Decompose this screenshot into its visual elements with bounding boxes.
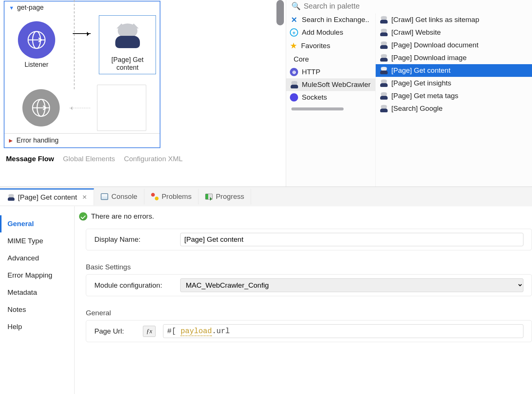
tab-global-elements[interactable]: Global Elements: [63, 155, 115, 163]
operation-label: [Search] Google: [391, 104, 442, 113]
tab-progress[interactable]: Progress: [198, 189, 251, 204]
operation-label: [Crawl] Website: [391, 28, 441, 37]
listener-label: Listener: [25, 61, 48, 69]
editor-tabs: Message Flow Global Elements Configurati…: [4, 148, 286, 170]
exchange-icon: ✕: [290, 16, 298, 24]
page-url-label: Page Url:: [94, 327, 135, 335]
cat-icon: [379, 54, 388, 62]
display-name-label: Display Name:: [94, 235, 173, 244]
page-url-row: Page Url: ƒx #[ payload.url: [86, 320, 532, 342]
cat-icon: [379, 66, 388, 75]
star-icon: ★: [290, 41, 297, 51]
palette-operations: [Crawl] Get links as sitemap [Crawl] Web…: [376, 13, 532, 187]
operation-label: [Page] Get insights: [391, 79, 451, 87]
get-content-node[interactable]: [Page] Get content: [99, 15, 156, 74]
display-name-input[interactable]: [180, 233, 523, 246]
category-label: Sockets: [302, 93, 327, 101]
category-sockets[interactable]: Sockets: [286, 91, 375, 104]
category-label: Favorites: [301, 42, 330, 50]
cat-icon: [379, 79, 388, 87]
operation-item-selected[interactable]: [Page] Get content: [376, 64, 532, 77]
tab-console[interactable]: Console: [94, 189, 144, 204]
page-url-input[interactable]: #[ payload.url: [163, 324, 523, 338]
close-icon[interactable]: ✕: [82, 194, 87, 201]
module-config-label: Module configuration:: [94, 281, 173, 290]
operation-label: [Page] Download document: [391, 41, 478, 49]
category-add-modules[interactable]: + Add Modules: [286, 26, 375, 39]
properties-sidebar: General MIME Type Advanced Error Mapping…: [0, 206, 75, 394]
get-content-label: [Page] Get content: [100, 56, 155, 72]
operation-item[interactable]: [Page] Download image: [376, 51, 532, 64]
operation-label: [Crawl] Get links as sitemap: [391, 16, 479, 24]
operation-item[interactable]: [Page] Get meta tags: [376, 90, 532, 102]
operation-item[interactable]: [Search] Google: [376, 102, 532, 115]
scrollbar-thumb[interactable]: [276, 0, 284, 25]
search-input[interactable]: [304, 2, 528, 10]
category-label: Core: [294, 55, 309, 63]
flow-canvas: ▼ get-page Listener: [0, 0, 286, 187]
tab-label: [Page] Get content: [18, 193, 77, 201]
tab-label: Progress: [216, 193, 244, 201]
cat-icon: [379, 16, 388, 24]
operation-item[interactable]: [Page] Get insights: [376, 77, 532, 90]
palette-categories: ✕ Search in Exchange.. + Add Modules ★ F…: [286, 13, 376, 187]
sidebar-item-metadata[interactable]: Metadata: [0, 284, 74, 301]
category-favorites[interactable]: ★ Favorites: [286, 39, 375, 53]
sidebar-item-notes[interactable]: Notes: [0, 301, 74, 318]
basic-settings-title: Basic Settings: [78, 256, 532, 274]
tab-config-xml[interactable]: Configuration XML: [124, 155, 182, 163]
sidebar-item-error-mapping[interactable]: Error Mapping: [0, 267, 74, 284]
tab-page-get-content[interactable]: [Page] Get content ✕: [0, 188, 94, 205]
status-row: There are no errors.: [78, 212, 532, 221]
cat-icon: [379, 28, 388, 37]
sidebar-item-advanced[interactable]: Advanced: [0, 250, 74, 267]
sidebar-item-mime[interactable]: MIME Type: [0, 232, 74, 250]
operation-item[interactable]: [Page] Download document: [376, 39, 532, 51]
collapse-icon[interactable]: ▼: [9, 5, 14, 11]
properties-main: There are no errors. Display Name: Basic…: [75, 206, 532, 394]
flow-body[interactable]: Listener [Page] Get content: [4, 12, 160, 133]
flow-container[interactable]: ▼ get-page Listener: [4, 1, 160, 148]
tab-label: Problems: [162, 193, 191, 201]
arrow-icon: [73, 33, 91, 34]
bottom-tabs: [Page] Get content ✕ Console Problems Pr…: [0, 187, 532, 206]
error-handling-section[interactable]: ▶ Error handling: [4, 133, 160, 147]
module-config-select[interactable]: MAC_WebCrawler_Config: [180, 278, 523, 292]
progress-icon: [205, 194, 213, 200]
tab-message-flow[interactable]: Message Flow: [6, 155, 54, 163]
general-section-title: General: [78, 302, 532, 320]
tab-problems[interactable]: Problems: [144, 189, 198, 204]
search-icon: 🔍: [291, 1, 301, 10]
problems-icon: [151, 193, 159, 200]
sidebar-item-help[interactable]: Help: [0, 318, 74, 335]
return-arrow-icon: [69, 108, 90, 108]
cat-icon: [379, 104, 388, 113]
expr-url: url: [216, 327, 230, 335]
expand-icon[interactable]: ▶: [9, 138, 13, 143]
palette-search: 🔍: [286, 0, 532, 13]
flow-header[interactable]: ▼ get-page: [4, 1, 160, 12]
response-icon[interactable]: [22, 89, 60, 126]
properties-panel: [Page] Get content ✕ Console Problems Pr…: [0, 187, 532, 394]
category-core[interactable]: Core: [286, 53, 375, 66]
category-label: HTTP: [302, 68, 320, 76]
cat-icon: [290, 81, 298, 89]
sidebar-item-general[interactable]: General: [0, 215, 74, 232]
operation-item[interactable]: [Crawl] Get links as sitemap: [376, 13, 532, 26]
category-http[interactable]: ⊕ HTTP: [286, 66, 375, 78]
error-handling-label: Error handling: [16, 137, 59, 144]
tab-label: Console: [111, 193, 137, 201]
fx-button[interactable]: ƒx: [143, 326, 156, 337]
expr-prefix: #[: [167, 327, 181, 335]
cat-icon: [379, 92, 388, 100]
operation-item[interactable]: [Crawl] Website: [376, 26, 532, 39]
horizontal-scrollbar[interactable]: [291, 107, 344, 110]
return-scope[interactable]: [97, 85, 146, 131]
category-exchange[interactable]: ✕ Search in Exchange..: [286, 13, 375, 26]
palette-panel: 🔍 ✕ Search in Exchange.. + Add Modules ★…: [286, 0, 532, 187]
module-config-row: Module configuration: MAC_WebCrawler_Con…: [86, 275, 532, 296]
category-label: MuleSoft WebCrawler: [302, 81, 370, 89]
console-icon: [101, 193, 108, 200]
category-webcrawler[interactable]: MuleSoft WebCrawler: [286, 78, 375, 91]
listener-node[interactable]: Listener: [8, 21, 65, 69]
